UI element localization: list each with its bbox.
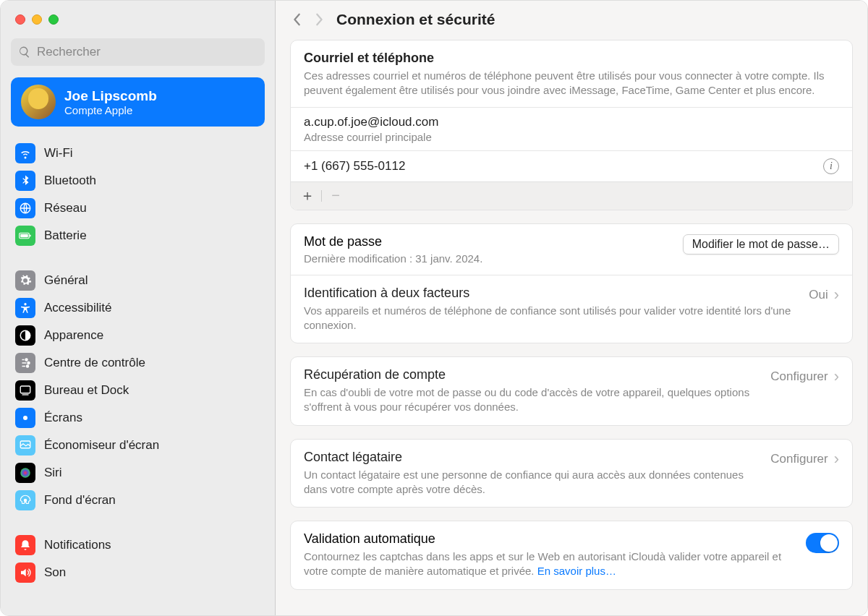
email-section-title: Courriel et téléphone (304, 51, 839, 66)
svg-rect-3 (30, 235, 31, 237)
accessibility-icon (15, 298, 35, 318)
chevron-right-icon: › (834, 369, 839, 385)
recovery-description: En cas d'oubli de votre mot de passe ou … (304, 385, 760, 415)
wifi-icon (15, 143, 35, 163)
sidebar-item-battery[interactable]: Batterie (11, 222, 265, 249)
sidebar-nav: Wi-FiBluetoothRéseauBatterie GénéralAcce… (1, 131, 275, 615)
sidebar-item-network[interactable]: Réseau (11, 194, 265, 222)
svg-rect-9 (20, 386, 30, 393)
remove-button: − (326, 187, 345, 205)
sidebar-item-appearance[interactable]: Apparence (11, 322, 265, 349)
auto-validation-card: Validation automatique Contournez les ca… (290, 521, 853, 590)
sidebar-item-label: Bluetooth (44, 174, 96, 188)
avatar (21, 85, 56, 119)
password-modified: Dernière modification : 31 janv. 2024. (304, 252, 482, 265)
email-row[interactable]: a.cup.of.joe@icloud.com Adresse courriel… (291, 108, 852, 150)
forward-button (315, 13, 323, 26)
email-subtitle: Adresse courriel principale (304, 131, 438, 143)
sidebar-item-screensaver[interactable]: Économiseur d'écran (11, 432, 265, 459)
recovery-card: Récupération de compte En cas d'oubli de… (290, 356, 853, 426)
page-title: Connexion et sécurité (336, 11, 495, 28)
siri-icon (15, 463, 35, 483)
bluetooth-icon (15, 171, 35, 191)
battery-icon (15, 226, 35, 246)
list-footer: ＋ − (291, 181, 852, 210)
sidebar-item-controlcenter[interactable]: Centre de contrôle (11, 349, 265, 377)
recovery-action: Configurer (770, 369, 827, 384)
sidebar-item-sound[interactable]: Son (11, 559, 265, 586)
legacy-action: Configurer (770, 452, 827, 466)
sidebar-item-accessibility[interactable]: Accessibilité (11, 294, 265, 322)
wallpaper-icon (15, 490, 35, 510)
info-icon[interactable]: i (823, 158, 839, 174)
svg-point-7 (27, 362, 30, 364)
legacy-title: Contact légataire (304, 450, 760, 465)
header-bar: Connexion et sécurité (276, 1, 867, 38)
account-name: Joe Lipscomb (64, 88, 157, 104)
sidebar-item-bluetooth[interactable]: Bluetooth (11, 167, 265, 194)
sidebar-item-wifi[interactable]: Wi-Fi (11, 140, 265, 167)
legacy-row[interactable]: Contact légataire Un contact légataire e… (291, 440, 852, 508)
back-button[interactable] (293, 13, 302, 26)
search-icon (18, 46, 31, 59)
sidebar-item-displays[interactable]: Écrans (11, 404, 265, 432)
twofa-title: Identification à deux facteurs (304, 286, 799, 301)
sidebar-item-label: Bureau et Dock (44, 383, 129, 398)
phone-row[interactable]: +1 (667) 555-0112 i (291, 151, 852, 181)
auto-validation-toggle[interactable] (806, 533, 839, 553)
email-section-description: Ces adresses courriel et numéros de télé… (304, 69, 839, 98)
close-window-button[interactable] (15, 14, 25, 25)
sidebar-item-desktop[interactable]: Bureau et Dock (11, 377, 265, 404)
sidebar-item-label: Centre de contrôle (44, 356, 145, 370)
legacy-card: Contact légataire Un contact légataire e… (290, 439, 853, 508)
twofa-status: Oui (809, 288, 827, 302)
controlcenter-icon (15, 353, 35, 373)
sidebar: Rechercher Joe Lipscomb Compte Apple Wi-… (1, 1, 276, 615)
minimize-window-button[interactable] (32, 14, 42, 25)
network-icon (15, 198, 35, 218)
account-card[interactable]: Joe Lipscomb Compte Apple (11, 77, 265, 127)
chevron-right-icon: › (834, 287, 839, 303)
password-card: Mot de passe Dernière modification : 31 … (290, 223, 853, 344)
sidebar-item-label: Fond d'écran (44, 493, 116, 508)
sidebar-item-label: Écrans (44, 411, 82, 425)
search-input[interactable]: Rechercher (11, 38, 265, 66)
sidebar-item-wallpaper[interactable]: Fond d'écran (11, 487, 265, 514)
content-pane: Connexion et sécurité Courriel et téléph… (276, 1, 867, 615)
general-icon (15, 270, 35, 291)
add-button[interactable]: ＋ (298, 187, 317, 205)
password-title: Mot de passe (304, 234, 482, 249)
twofa-description: Vos appareils et numéros de téléphone de… (304, 304, 799, 333)
change-password-button[interactable]: Modifier le mot de passe… (683, 234, 839, 254)
sidebar-item-label: Général (44, 273, 88, 288)
auto-title: Validation automatique (304, 531, 796, 547)
sidebar-item-label: Réseau (44, 201, 87, 215)
appearance-icon (15, 325, 35, 346)
svg-rect-2 (20, 234, 28, 238)
twofa-row[interactable]: Identification à deux facteurs Vos appar… (291, 275, 852, 343)
phone-value: +1 (667) 555-0112 (304, 159, 405, 174)
learn-more-link[interactable]: En savoir plus… (537, 565, 616, 577)
svg-point-10 (23, 416, 27, 420)
sound-icon (15, 562, 35, 583)
sidebar-item-label: Wi-Fi (44, 146, 73, 161)
sidebar-item-label: Accessibilité (44, 301, 112, 315)
window-controls (1, 1, 275, 38)
sidebar-item-label: Son (44, 565, 66, 580)
email-value: a.cup.of.joe@icloud.com (304, 115, 438, 129)
svg-point-6 (25, 359, 27, 361)
recovery-row[interactable]: Récupération de compte En cas d'oubli de… (291, 357, 852, 425)
account-subtitle: Compte Apple (64, 104, 157, 116)
sidebar-item-siri[interactable]: Siri (11, 459, 265, 487)
search-placeholder: Rechercher (37, 45, 101, 59)
svg-point-12 (20, 468, 30, 478)
legacy-description: Un contact légataire est une personne de… (304, 468, 760, 497)
recovery-title: Récupération de compte (304, 367, 760, 382)
desktop-icon (15, 380, 35, 401)
chevron-right-icon: › (834, 451, 839, 467)
sidebar-item-notifications[interactable]: Notifications (11, 531, 265, 559)
sidebar-item-general[interactable]: Général (11, 267, 265, 294)
maximize-window-button[interactable] (48, 14, 59, 25)
screensaver-icon (15, 435, 35, 455)
sidebar-item-label: Batterie (44, 228, 87, 243)
